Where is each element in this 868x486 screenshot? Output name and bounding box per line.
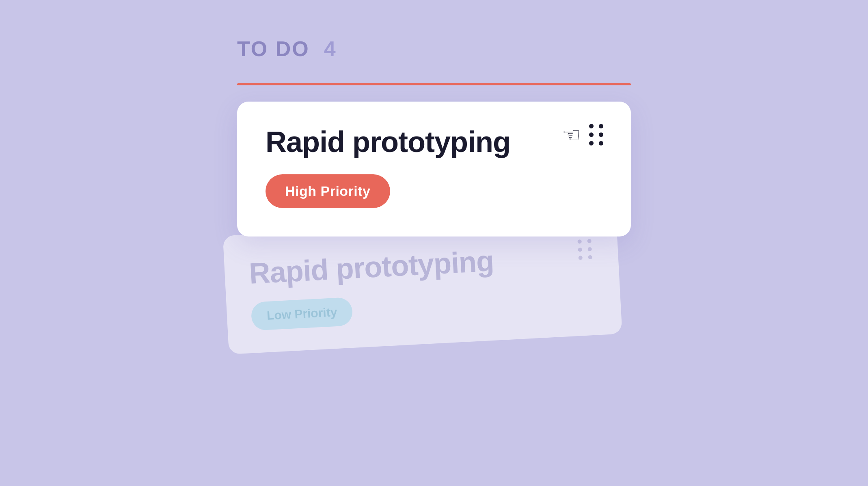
dot <box>578 247 582 252</box>
card-main: Rapid prototyping High Priority ☜ <box>237 102 631 236</box>
dot <box>577 239 582 244</box>
priority-badge[interactable]: High Priority <box>266 174 390 208</box>
todo-count: 4 <box>324 37 337 61</box>
priority-label: High Priority <box>285 183 371 199</box>
section-divider <box>237 83 631 85</box>
card-title: Rapid prototyping <box>266 126 602 158</box>
bg-priority-label: Low Priority <box>266 305 337 323</box>
page-title: TO DO 4 <box>237 37 631 61</box>
grab-cursor-icon[interactable]: ☜ <box>562 124 581 145</box>
dot <box>578 256 583 260</box>
dot <box>589 132 594 137</box>
card-actions: ☜ <box>562 124 605 145</box>
dot <box>587 247 592 252</box>
dot <box>589 141 594 145</box>
header-section: TO DO 4 <box>237 37 631 61</box>
todo-label: TO DO <box>237 37 310 61</box>
dot <box>599 124 603 128</box>
dot <box>589 124 594 128</box>
cards-area: Rapid prototyping Low Priority Rapid pro… <box>237 102 631 236</box>
dot <box>588 255 592 260</box>
page-container: TO DO 4 Rapid prototyping Low Priority R… <box>0 0 868 486</box>
dot <box>587 239 592 243</box>
drag-handle-icon[interactable] <box>589 124 605 145</box>
dot <box>599 141 603 145</box>
bg-card-title: Rapid prototyping <box>248 239 595 290</box>
bg-priority-badge: Low Priority <box>250 297 353 331</box>
bg-drag-handle <box>577 239 594 260</box>
dot <box>599 132 603 137</box>
